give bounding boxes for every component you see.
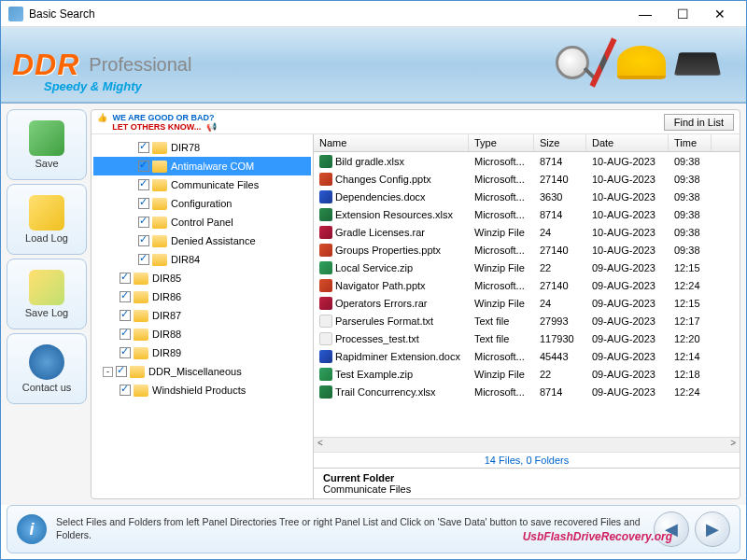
tree-item[interactable]: DIR89 [93, 343, 311, 362]
file-name: Parserules Format.txt [335, 315, 433, 327]
file-size: 24 [534, 227, 586, 238]
file-name: Changes Config.pptx [335, 174, 431, 185]
tree-expand-icon[interactable]: - [103, 367, 113, 377]
tree-checkbox[interactable] [138, 198, 149, 209]
save-icon [29, 120, 64, 156]
tree-label: Communicate Files [171, 179, 259, 190]
tree-item[interactable]: Configuration [93, 194, 311, 213]
file-size: 22 [534, 262, 586, 273]
load-log-button[interactable]: Load Log [7, 184, 87, 255]
folder-icon [152, 254, 167, 266]
save-button[interactable]: Save [7, 109, 87, 180]
close-button[interactable]: ✕ [701, 2, 739, 26]
file-list[interactable]: Name Type Size Date Time Bild gradle.xls… [314, 134, 740, 437]
file-row[interactable]: Gradle Licenses.rarWinzip File2410-AUG-2… [314, 223, 740, 241]
tree-item[interactable]: -DDR_Miscellaneous [93, 362, 311, 381]
tree-item[interactable]: DIR85 [93, 269, 311, 287]
promo-banner[interactable]: 👍 WE ARE GOOD OR BAD? LET OTHERS KNOW...… [97, 113, 217, 132]
tree-item[interactable]: DIR86 [93, 287, 311, 306]
file-date: 10-AUG-2023 [586, 245, 669, 256]
file-name: Gradle Licenses.rar [335, 227, 425, 238]
file-type-icon [319, 208, 332, 221]
file-row[interactable]: Groups Properties.pptxMicrosoft...271401… [314, 241, 740, 259]
folder-icon [134, 329, 148, 341]
file-date: 09-AUG-2023 [586, 386, 669, 398]
file-size: 24 [534, 298, 586, 309]
tree-item[interactable]: DIR87 [93, 306, 311, 325]
tree-item[interactable]: Communicate Files [93, 175, 311, 194]
file-row[interactable]: Processes_test.txtText file11793009-AUG-… [314, 329, 740, 347]
tree-checkbox[interactable] [138, 217, 149, 228]
file-name: Extension Resources.xlsx [335, 209, 453, 220]
file-date: 10-AUG-2023 [586, 209, 669, 220]
tree-label: Windshield Products [152, 385, 246, 396]
file-row[interactable]: Rapidminer Extension.docxMicrosoft...454… [314, 347, 740, 365]
tree-checkbox[interactable] [116, 366, 127, 377]
col-time[interactable]: Time [669, 134, 712, 151]
file-time: 09:38 [669, 209, 712, 220]
file-date: 09-AUG-2023 [586, 333, 669, 344]
tree-item[interactable]: DIR78 [93, 138, 311, 157]
maximize-button[interactable]: ☐ [664, 2, 701, 26]
folder-icon [134, 385, 148, 397]
file-row[interactable]: Operators Errors.rarWinzip File2409-AUG-… [314, 294, 740, 312]
nav-forward-button[interactable]: ▶ [695, 511, 730, 547]
tree-label: DIR85 [152, 273, 181, 284]
tree-checkbox[interactable] [138, 161, 149, 172]
tree-item[interactable]: DIR88 [93, 325, 311, 343]
tree-checkbox[interactable] [120, 385, 131, 396]
hardhat-icon [617, 46, 666, 79]
file-size: 45443 [534, 351, 586, 362]
horizontal-scrollbar[interactable]: <> [314, 437, 740, 452]
tree-checkbox[interactable] [120, 273, 131, 284]
file-row[interactable]: Trail Concurrency.xlsxMicrosoft...871409… [314, 383, 740, 400]
file-name: Rapidminer Extension.docx [335, 351, 460, 362]
save-log-button[interactable]: Save Log [7, 259, 87, 329]
folder-icon [152, 235, 167, 247]
tree-checkbox[interactable] [138, 235, 149, 246]
find-in-list-button[interactable]: Find in List [664, 114, 734, 131]
tree-item[interactable]: Denied Assistance [93, 231, 311, 250]
tree-checkbox[interactable] [120, 329, 131, 340]
file-row[interactable]: Test Example.zipWinzip File2209-AUG-2023… [314, 365, 740, 383]
file-time: 12:15 [669, 298, 712, 309]
col-name[interactable]: Name [314, 134, 469, 151]
tree-item[interactable]: DIR84 [93, 250, 311, 269]
file-type: Winzip File [469, 262, 534, 273]
file-row[interactable]: Dependencies.docxMicrosoft...363010-AUG-… [314, 188, 740, 205]
tree-checkbox[interactable] [138, 179, 149, 190]
file-name: Navigator Path.pptx [335, 280, 426, 291]
file-time: 12:15 [669, 262, 712, 273]
file-name: Test Example.zip [335, 369, 413, 380]
file-row[interactable]: Bild gradle.xlsxMicrosoft...871410-AUG-2… [314, 152, 740, 170]
file-date: 09-AUG-2023 [586, 280, 669, 291]
file-row[interactable]: Changes Config.pptxMicrosoft...2714010-A… [314, 170, 740, 188]
tree-item[interactable]: Antimalware COM [93, 157, 311, 175]
tree-checkbox[interactable] [120, 310, 131, 321]
save-log-label: Save Log [25, 307, 68, 318]
file-row[interactable]: Navigator Path.pptxMicrosoft...2714009-A… [314, 276, 740, 294]
contact-us-button[interactable]: Contact us [7, 333, 87, 404]
tree-checkbox[interactable] [138, 142, 149, 153]
folder-icon [134, 347, 148, 359]
file-time: 09:38 [669, 227, 712, 238]
tree-item[interactable]: Windshield Products [93, 381, 311, 399]
file-date: 09-AUG-2023 [586, 298, 669, 309]
folder-tree[interactable]: DIR78Antimalware COMCommunicate FilesCon… [92, 134, 314, 498]
tree-checkbox[interactable] [138, 254, 149, 265]
tree-checkbox[interactable] [120, 347, 131, 358]
minimize-button[interactable]: — [627, 2, 664, 26]
col-type[interactable]: Type [469, 134, 534, 151]
contact-label: Contact us [22, 382, 72, 393]
current-folder-panel: Current Folder Communicate Files [314, 468, 740, 498]
tree-item[interactable]: Control Panel [93, 213, 311, 231]
file-size: 8714 [534, 209, 586, 220]
tree-checkbox[interactable] [120, 291, 131, 302]
file-row[interactable]: Local Service.zipWinzip File2209-AUG-202… [314, 259, 740, 276]
file-row[interactable]: Extension Resources.xlsxMicrosoft...8714… [314, 205, 740, 223]
file-list-header: Name Type Size Date Time [314, 134, 740, 152]
col-date[interactable]: Date [586, 134, 669, 151]
file-row[interactable]: Parserules Format.txtText file2799309-AU… [314, 312, 740, 329]
file-type: Microsoft... [469, 245, 534, 256]
col-size[interactable]: Size [534, 134, 586, 151]
